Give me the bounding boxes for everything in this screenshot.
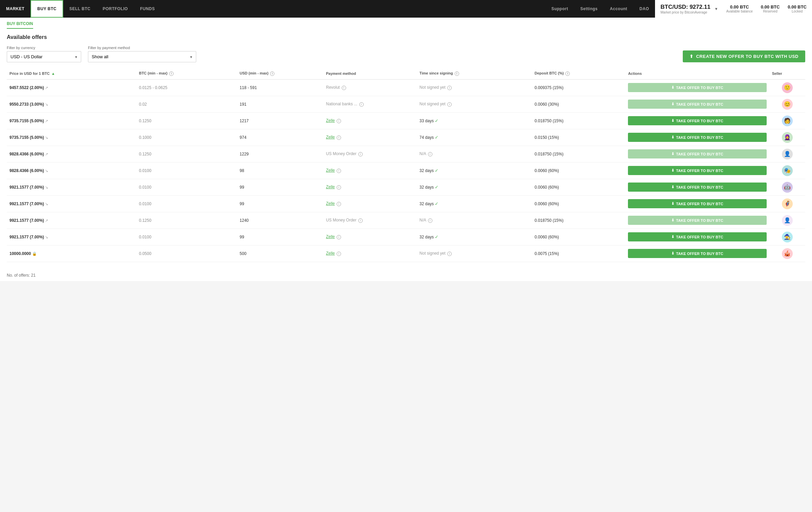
cell-deposit: 0.018750 (15%) [532, 112, 625, 129]
payment-method-link[interactable]: Zelle [326, 185, 335, 189]
payment-method-link[interactable]: Zelle [326, 201, 335, 206]
take-offer-button[interactable]: ⬇ TAKE OFFER TO BUY BTC [628, 249, 766, 258]
payment-info-icon[interactable]: i [337, 252, 341, 256]
deposit-value: 0.0060 (30%) [535, 102, 559, 107]
offers-count: No. of offers: 21 [7, 273, 36, 278]
btc-range: 0.0100 [139, 201, 152, 206]
currency-filter-group: Filter by currency USD - US Dollar [7, 46, 81, 62]
table-row: 9735.7155 (5.00%) ↗0.12501217Zelle i33 d… [7, 112, 805, 129]
price-value: 9550.2733 (3.00%) [9, 102, 44, 107]
cell-time: Not signed yet i [417, 245, 532, 262]
cell-actions: ⬇ TAKE OFFER TO BUY BTC [625, 79, 769, 96]
deposit-info-icon[interactable]: i [565, 71, 570, 76]
seller-avatar[interactable]: 😊 [782, 99, 793, 110]
cell-btc: 0.0100 [136, 162, 237, 179]
time-value: Not signed yet [420, 251, 446, 256]
time-info-icon[interactable]: i [455, 71, 459, 76]
payment-select-wrapper[interactable]: Show all [88, 51, 196, 62]
create-offer-button[interactable]: ⬆ CREATE NEW OFFER TO BUY BTC WITH USD [683, 50, 805, 62]
nav-item-settings[interactable]: Settings [574, 0, 604, 18]
time-value: Not signed yet [420, 85, 446, 90]
take-offer-label: TAKE OFFER TO BUY BTC [676, 169, 723, 173]
locked-section: 0.00 BTC Locked [788, 4, 807, 13]
time-info-icon[interactable]: i [428, 152, 432, 156]
cell-usd: 98 [237, 162, 323, 179]
seller-avatar[interactable]: 🧕 [782, 132, 793, 143]
nav-item-account[interactable]: Account [604, 0, 634, 18]
cell-payment: Zelle i [323, 112, 416, 129]
payment-info-icon[interactable]: i [358, 152, 363, 156]
nav-item-portfolio[interactable]: PORTFOLIO [96, 0, 134, 18]
btc-info-icon[interactable]: i [169, 71, 174, 76]
deposit-value: 0.018750 (15%) [535, 152, 563, 156]
price-main: BTC/USD: 9272.11 Market price by Bitcoin… [660, 4, 718, 14]
usd-range: 500 [240, 251, 246, 256]
time-info-icon[interactable]: i [447, 102, 452, 107]
usd-info-icon[interactable]: i [270, 71, 274, 76]
payment-info-icon[interactable]: i [337, 185, 341, 190]
nav-item-sell-btc[interactable]: SELL BTC [63, 0, 96, 18]
header-time: Time since signing i [417, 68, 532, 79]
take-offer-button[interactable]: ⬇ TAKE OFFER TO BUY BTC [628, 166, 766, 175]
take-offer-label: TAKE OFFER TO BUY BTC [676, 135, 723, 140]
seller-avatar[interactable]: 👤 [782, 149, 793, 159]
locked-amount: 0.00 BTC [788, 4, 807, 9]
cell-usd: 1229 [237, 146, 323, 162]
time-info-icon[interactable]: i [447, 86, 452, 90]
currency-select-wrapper[interactable]: USD - US Dollar [7, 51, 81, 62]
cell-price: 9735.7155 (5.00%) ↘ [7, 129, 136, 146]
seller-avatar[interactable]: 🎭 [782, 165, 793, 176]
payment-info-icon[interactable]: i [359, 102, 364, 107]
payment-info-icon[interactable]: i [337, 135, 341, 140]
take-offer-button[interactable]: ⬇ TAKE OFFER TO BUY BTC [628, 183, 766, 192]
cell-seller: 🧙 [769, 229, 805, 245]
table-row: 9921.1577 (7.00%) ↗0.12501240US Money Or… [7, 212, 805, 229]
cell-time: N/A i [417, 146, 532, 162]
cell-btc: 0.0100 [136, 179, 237, 195]
time-value: 32 days [420, 235, 434, 239]
take-offer-button[interactable]: ⬇ TAKE OFFER TO BUY BTC [628, 199, 766, 208]
seller-avatar[interactable]: 🙂 [782, 82, 793, 93]
take-offer-button[interactable]: ⬇ TAKE OFFER TO BUY BTC [628, 232, 766, 241]
time-info-icon[interactable]: i [447, 252, 452, 256]
take-offer-icon: ⬇ [671, 185, 674, 189]
payment-info-icon[interactable]: i [337, 235, 341, 239]
payment-select[interactable]: Show all [88, 51, 196, 62]
seller-avatar[interactable]: 🧙 [782, 232, 793, 242]
payment-method-link[interactable]: Zelle [326, 168, 335, 173]
payment-info-icon[interactable]: i [342, 86, 346, 90]
payment-info-icon[interactable]: i [337, 119, 341, 123]
payment-method-link[interactable]: Zelle [326, 251, 335, 256]
payment-method-link[interactable]: Zelle [326, 118, 335, 123]
take-offer-button[interactable]: ⬇ TAKE OFFER TO BUY BTC [628, 116, 766, 125]
payment-method-link[interactable]: Zelle [326, 234, 335, 239]
payment-info-icon[interactable]: i [337, 202, 341, 206]
cell-deposit: 0.0060 (60%) [532, 229, 625, 245]
nav-item-buy-btc[interactable]: BUY BTC [30, 0, 63, 18]
nav-item-funds[interactable]: FUNDS [134, 0, 161, 18]
payment-info-icon[interactable]: i [337, 169, 341, 173]
price-dropdown-arrow[interactable]: ▼ [715, 7, 718, 11]
nav-item-dao[interactable]: DAO [633, 0, 655, 18]
seller-avatar[interactable]: 🤖 [782, 182, 793, 193]
cell-time: N/A i [417, 212, 532, 229]
seller-avatar[interactable]: 🦸 [782, 198, 793, 209]
header-seller: Seller [769, 68, 805, 79]
take-offer-button[interactable]: ⬇ TAKE OFFER TO BUY BTC [628, 133, 766, 142]
seller-avatar[interactable]: 👤 [782, 215, 793, 226]
currency-select[interactable]: USD - US Dollar [7, 51, 81, 62]
nav-item-support[interactable]: Support [545, 0, 574, 18]
payment-method-link[interactable]: Zelle [326, 135, 335, 140]
table-row: 10000.0000 🔒0.0500500Zelle iNot signed y… [7, 245, 805, 262]
seller-avatar[interactable]: 🧑 [782, 115, 793, 126]
payment-info-icon[interactable]: i [358, 218, 363, 223]
btc-range: 0.1250 [139, 152, 152, 156]
cell-price: 9550.2733 (3.00%) ↘ [7, 96, 136, 112]
time-info-icon[interactable]: i [428, 218, 432, 223]
nav-item-market[interactable]: MARKET [0, 0, 30, 18]
footer: No. of offers: 21 [0, 270, 812, 281]
seller-avatar[interactable]: 🎪 [782, 248, 793, 259]
deposit-value: 0.0060 (60%) [535, 168, 559, 173]
cell-usd: 1240 [237, 212, 323, 229]
cell-deposit: 0.0075 (15%) [532, 245, 625, 262]
